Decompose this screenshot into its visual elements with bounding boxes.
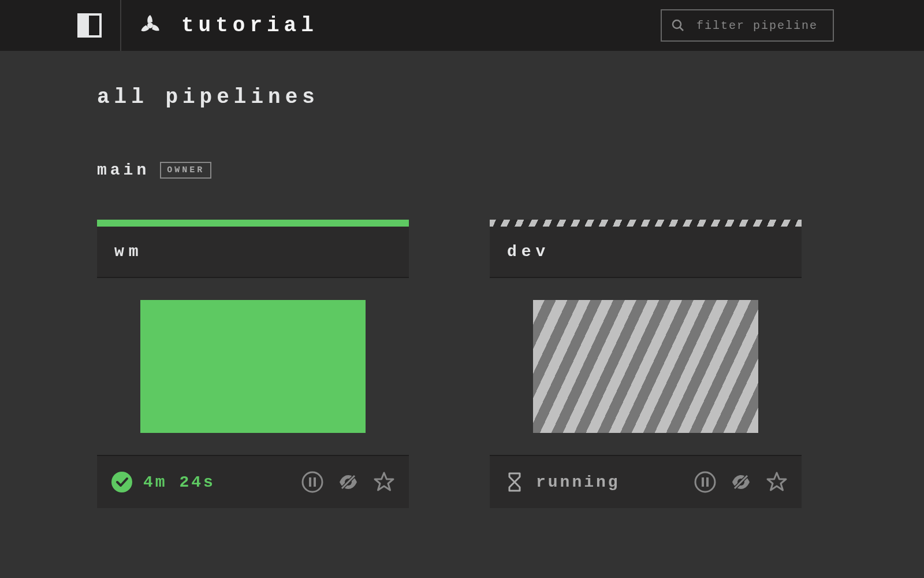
topbar-divider bbox=[120, 0, 121, 51]
svg-rect-6 bbox=[314, 477, 316, 487]
concourse-logo-icon[interactable] bbox=[135, 10, 165, 40]
topbar: tutorial bbox=[0, 0, 924, 51]
pipeline-name[interactable]: dev bbox=[490, 227, 802, 277]
pipeline-footer: running bbox=[490, 456, 802, 508]
owner-badge: OWNER bbox=[160, 162, 211, 179]
check-circle-icon bbox=[111, 471, 133, 493]
pipeline-preview-box bbox=[533, 300, 758, 433]
status-text: running bbox=[536, 473, 620, 491]
svg-point-10 bbox=[695, 472, 715, 492]
svg-point-3 bbox=[111, 472, 132, 492]
pipeline-preview[interactable] bbox=[490, 277, 802, 456]
team-name[interactable]: main bbox=[97, 161, 150, 179]
star-icon[interactable] bbox=[373, 471, 395, 493]
main-content: all pipelines main OWNER wm 4m 24s bbox=[0, 51, 924, 543]
eye-slash-icon[interactable] bbox=[337, 471, 359, 493]
pause-icon[interactable] bbox=[694, 471, 716, 493]
card-status-bar bbox=[490, 220, 802, 227]
svg-rect-12 bbox=[706, 477, 709, 487]
search-icon bbox=[671, 18, 685, 32]
pause-icon[interactable] bbox=[301, 471, 323, 493]
pipeline-actions bbox=[694, 471, 788, 493]
pipeline-footer: 4m 24s bbox=[97, 456, 409, 508]
svg-rect-5 bbox=[309, 477, 311, 487]
pipeline-card[interactable]: wm 4m 24s bbox=[97, 220, 409, 508]
pipeline-preview-box bbox=[140, 300, 366, 433]
page-title: all pipelines bbox=[97, 86, 827, 109]
brand-title: tutorial bbox=[181, 14, 318, 38]
team-header: main OWNER bbox=[97, 161, 827, 179]
card-status-bar bbox=[97, 220, 409, 227]
svg-rect-11 bbox=[702, 477, 704, 487]
pipeline-card[interactable]: dev running bbox=[490, 220, 802, 508]
pipeline-cards: wm 4m 24s bbox=[97, 220, 827, 508]
pipeline-name[interactable]: wm bbox=[97, 227, 409, 277]
svg-point-4 bbox=[303, 472, 322, 492]
pipeline-actions bbox=[301, 471, 395, 493]
svg-line-2 bbox=[680, 27, 683, 31]
star-icon[interactable] bbox=[766, 471, 788, 493]
pipeline-preview[interactable] bbox=[97, 277, 409, 456]
search-input[interactable] bbox=[696, 19, 824, 32]
svg-point-1 bbox=[673, 20, 681, 28]
status-text: 4m 24s bbox=[143, 473, 215, 491]
sidebar-toggle-button[interactable] bbox=[77, 13, 102, 38]
eye-slash-icon[interactable] bbox=[730, 471, 752, 493]
search-box[interactable] bbox=[661, 9, 834, 42]
svg-point-0 bbox=[147, 23, 153, 28]
hourglass-icon bbox=[504, 471, 526, 493]
